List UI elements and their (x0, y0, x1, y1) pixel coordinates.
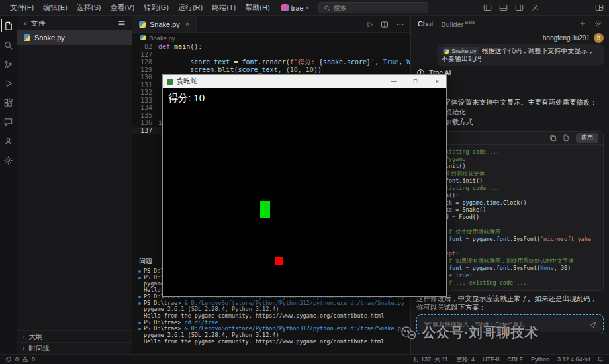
new-chat-icon[interactable] (579, 20, 586, 28)
tab-snake-py[interactable]: Snake.py × (132, 16, 197, 32)
menu-item[interactable]: 转到(G) (139, 3, 173, 11)
python-file-icon (139, 21, 146, 28)
sidebar-section-时间线[interactable]: ›时间线 (17, 342, 132, 354)
watermark: 公众号·刘哥聊技术 (400, 324, 539, 341)
chat-code-line: clock = pygame.time.Clock() (422, 199, 598, 206)
breadcrumb[interactable]: Snake.py (132, 33, 410, 42)
line-number: 135 (132, 112, 158, 120)
game-window-title: 贪吃蛇 (177, 77, 198, 86)
status-segment[interactable]: 3.12.4 64-bit (557, 356, 590, 363)
explorer-icon[interactable] (1, 19, 17, 32)
status-bar: 0 0 行 137, 列 11空格: 4UTF-8CRLFPython3.12.… (0, 354, 609, 364)
food (275, 257, 283, 265)
run-debug-icon[interactable] (1, 77, 17, 90)
run-file-icon[interactable]: ▷ (368, 20, 373, 28)
terminal-line: PS D:\trae> & D:/LenovoSoftstore/Python/… (138, 300, 406, 307)
menu-item[interactable]: 选择(S) (72, 3, 106, 11)
account-icon[interactable] (1, 134, 17, 148)
search-placeholder: 搜索 (334, 3, 347, 13)
error-count: 0 (15, 356, 19, 363)
menu-item[interactable]: 帮助(H) (240, 3, 274, 11)
tab-builder[interactable]: BuilderBeta (441, 20, 475, 28)
maximize-button[interactable]: □ (406, 75, 424, 88)
sidebar-section-大纲[interactable]: ›大纲 (17, 330, 132, 342)
more-actions-icon[interactable]: ⋯ (396, 20, 404, 29)
toggle-panel-right-icon[interactable] (515, 3, 524, 12)
toggle-panel-bottom-icon[interactable] (499, 3, 508, 12)
chevron-down-icon: ∨ (23, 20, 28, 26)
tab-chat[interactable]: Chat (418, 20, 433, 28)
snake-game-window[interactable]: 贪吃蛇 — □ × 得分: 10 (162, 74, 447, 297)
line-number: 82 (132, 43, 158, 51)
warning-icon (22, 356, 28, 363)
close-button[interactable]: × (428, 75, 446, 88)
menu-item[interactable]: 终端(T) (207, 3, 240, 11)
chat-code-line: # ... existing code ... (422, 185, 598, 192)
app-logo-chip[interactable]: trae ▾ (281, 4, 309, 12)
python-file-icon (444, 49, 449, 54)
terminal-line: pygame 2.6.1 (SDL 2.28.4, Python 3.12.4) (138, 306, 406, 313)
terminal-tab[interactable]: 问题 (139, 257, 152, 266)
menu-item[interactable]: 运行(R) (173, 3, 207, 11)
line-number: 128 (132, 58, 158, 66)
account-icon[interactable] (531, 3, 539, 12)
app-root: 文件(F)编辑(E)选择(S)查看(V)转到(G)运行(R)终端(T)帮助(H)… (0, 0, 609, 364)
status-segment[interactable]: Python (531, 356, 549, 363)
toggle-panel-left-icon[interactable] (483, 3, 492, 12)
user-name: hongfeng liu291 (543, 34, 590, 42)
editor-tab-bar: Snake.py × ▷ ⋯ (132, 16, 410, 33)
line-number: 132 (132, 89, 158, 97)
more-actions-icon[interactable] (118, 19, 126, 27)
minimize-button[interactable]: — (385, 75, 402, 88)
split-editor-icon[interactable] (381, 21, 389, 28)
chat-code-line: food = Food() (422, 214, 598, 221)
user-message-bubble: Snake.py 根据这个代码，调整下支持中文显示，不要输出乱码 (437, 44, 604, 66)
chat-icon[interactable] (1, 115, 17, 128)
bell-icon[interactable] (597, 356, 604, 363)
send-icon[interactable] (589, 321, 596, 328)
chat-code-line: while True: (422, 272, 598, 279)
apply-button[interactable]: 应用 (576, 133, 598, 143)
settings-gear-icon[interactable] (1, 154, 17, 167)
sidebar-header[interactable]: ∨ 文件 (17, 16, 132, 30)
search-icon (324, 5, 330, 11)
status-segment[interactable]: CRLF (507, 356, 523, 363)
chat-code-line: font = pygame.font.SysFont(None, 30) (422, 265, 598, 272)
status-segment[interactable]: UTF-8 (483, 356, 500, 363)
chat-code-line: # 初始化Pygame (422, 156, 598, 163)
code-line: 128 score_text = font.render(f'得分: {snak… (132, 58, 410, 66)
menubar-right-actions (483, 3, 604, 12)
source-control-icon[interactable] (1, 58, 17, 71)
file-chip[interactable]: Snake.py (442, 47, 479, 55)
game-app-icon (167, 79, 173, 85)
insert-file-icon[interactable] (563, 134, 570, 142)
tab-label: Snake.py (150, 21, 180, 28)
sidebar-empty-area (17, 45, 132, 330)
search-icon[interactable] (1, 38, 17, 52)
layout-grid-icon[interactable] (595, 3, 604, 12)
editor-actions: ▷ ⋯ (368, 16, 410, 32)
settings-gear-icon[interactable] (594, 20, 602, 28)
menu-item[interactable]: 查看(V) (105, 3, 139, 11)
error-icon (5, 356, 12, 363)
status-segment[interactable]: 空格: 4 (456, 355, 475, 364)
menu-item[interactable]: 编辑(E) (38, 3, 72, 11)
game-title-bar[interactable]: 贪吃蛇 — □ × (163, 75, 446, 88)
file-item-snake-py[interactable]: Snake.py (17, 30, 132, 45)
problems-status[interactable]: 0 0 (5, 356, 35, 363)
copy-icon[interactable] (549, 134, 557, 142)
game-canvas[interactable]: 得分: 10 (163, 88, 446, 296)
avatar[interactable]: h (594, 33, 604, 43)
chat-header: Chat BuilderBeta (411, 16, 609, 32)
chat-code-line: pygame.font.init() (422, 177, 598, 185)
chat-code-line: # 如果没有微软雅黑，则使用系统默认的中文字体 (422, 257, 598, 265)
extensions-icon[interactable] (1, 96, 17, 109)
line-number: 134 (132, 104, 158, 112)
menu-item[interactable]: 文件(F) (5, 3, 38, 11)
chat-code-line: # ... existing code ... (422, 148, 598, 156)
close-tab-icon[interactable]: × (185, 21, 189, 28)
command-dot-icon (138, 296, 141, 298)
assistant-post-text: 这样修改后，中文显示应该就正常了。如果还是出现乱码，你可以尝试以下方案： (416, 295, 604, 312)
global-search-input[interactable]: 搜索 (318, 2, 428, 13)
status-segment[interactable]: 行 137, 列 11 (414, 355, 448, 364)
